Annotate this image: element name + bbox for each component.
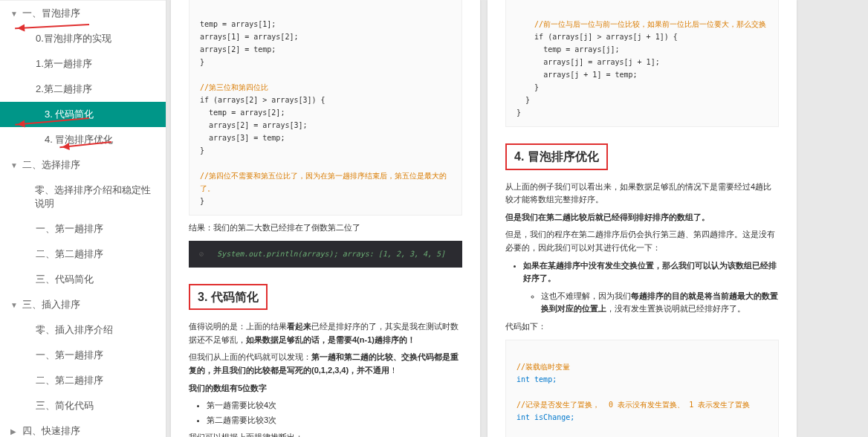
toc-item-label: 零、选择排序介绍和稳定性说明 — [35, 184, 157, 210]
toc-item-11[interactable]: ▼三、插入排序 — [0, 292, 166, 317]
toc-item-label: 三、简化代码 — [36, 399, 94, 412]
toc-item-label: 二、第二趟排序 — [36, 374, 103, 387]
toc-item-5[interactable]: ▶4. 冒泡排序优化 — [0, 127, 166, 152]
toc-item-label: 1.第一趟排序 — [36, 57, 92, 71]
code-block-swap: //前一位与后一位与前一位比较，如果前一位比后一位要大，那么交换 if (arr… — [505, 0, 779, 127]
code-block-snippet-1: temp = arrays[1]; arrays[1] = arrays[2];… — [189, 0, 462, 216]
toc-sidebar: ▼一、冒泡排序▶0.冒泡排序的实现▶1.第一趟排序▶2.第二趟排序▶3. 代码简… — [0, 0, 166, 437]
chevron-right-icon: ▶ — [10, 427, 18, 436]
toc-item-2[interactable]: ▶1.第一趟排序 — [0, 51, 166, 77]
list-item: 这也不难理解，因为我们每趟排序的目的就是将当前趟最大的数置换到对应的位置上，没有… — [541, 290, 779, 316]
section-4-heading: 4. 冒泡排序优化 — [505, 143, 608, 170]
para: 但是，我们的程序在第二趟排序后仍会执行第三趟、第四趟排序。这是没有必要的，因此我… — [505, 228, 779, 254]
toc-item-label: 4. 冒泡排序优化 — [45, 133, 113, 146]
toc-item-label: 零、插入排序介绍 — [36, 323, 113, 337]
toc-item-1[interactable]: ▶0.冒泡排序的实现 — [0, 26, 166, 51]
toc-item-label: 一、冒泡排序 — [22, 7, 80, 20]
toc-item-label: 3. 代码简化 — [45, 108, 94, 121]
code-block-optimized: //装载临时变量 int temp; //记录是否发生了置换， 0 表示没有发生… — [505, 340, 779, 437]
section-3-heading: 3. 代码简化 — [189, 284, 268, 311]
para: 但是我们在第二趟比较后就已经得到排好排序的数组了。 — [505, 211, 779, 224]
toc-item-12[interactable]: ▶零、插入排序介绍 — [0, 317, 166, 343]
list-item: 如果在某趟排序中没有发生交换位置，那么我们可以认为该数组已经排好序了。 这也不难… — [523, 259, 779, 316]
toc-item-9[interactable]: ▶二、第二趟排序 — [0, 242, 166, 267]
result-text: 结果：我们的第二大数已经排在了倒数第二位了 — [189, 221, 462, 235]
chevron-down-icon: ▼ — [10, 161, 18, 169]
toc-item-6[interactable]: ▼二、选择排序 — [0, 152, 166, 178]
toc-item-7[interactable]: ▶零、选择排序介绍和稳定性说明 — [0, 178, 166, 216]
toc-item-3[interactable]: ▶2.第二趟排序 — [0, 77, 166, 102]
para: 我们可以根据上面规律推断出： — [189, 431, 462, 437]
toc-item-13[interactable]: ▶一、第一趟排序 — [0, 343, 166, 368]
toc-item-label: 0.冒泡排序的实现 — [36, 32, 111, 45]
list-item: 第二趟需要比较3次 — [207, 414, 462, 427]
toc-item-label: 二、选择排序 — [22, 158, 80, 172]
toc-item-8[interactable]: ▶一、第一趟排序 — [0, 216, 166, 242]
console-output: ⊘ System.out.println(arrays); arrays: [1… — [189, 241, 462, 268]
para: 我们的数组有5位数字 — [189, 382, 462, 395]
content-area: temp = arrays[1]; arrays[1] = arrays[2];… — [166, 0, 868, 437]
list: 如果在某趟排序中没有发生交换位置，那么我们可以认为该数组已经排好序了。 这也不难… — [523, 259, 779, 316]
toc-item-14[interactable]: ▶二、第二趟排序 — [0, 368, 166, 393]
chevron-down-icon: ▼ — [10, 301, 18, 309]
toc-item-label: 三、插入排序 — [22, 298, 80, 311]
toc-item-15[interactable]: ▶三、简化代码 — [0, 393, 166, 418]
para: 从上面的例子我们可以看出来，如果数据足够乱的情况下是需要经过4趟比较才能将数组完… — [505, 181, 779, 207]
toc-item-label: 一、第一趟排序 — [36, 222, 103, 236]
toc-item-label: 一、第一趟排序 — [36, 349, 103, 362]
para: 但我们从上面的代码就可以发现：第一趟和第二趟的比较、交换代码都是重复的，并且我们… — [189, 351, 462, 377]
toc-item-4[interactable]: ▶3. 代码简化 — [0, 102, 166, 127]
page-2: //前一位与后一位与前一位比较，如果前一位比后一位要大，那么交换 if (arr… — [488, 0, 797, 437]
para: 代码如下： — [505, 320, 779, 334]
chevron-down-icon: ▼ — [10, 10, 18, 18]
toc-item-0[interactable]: ▼一、冒泡排序 — [0, 1, 166, 26]
toc-item-10[interactable]: ▶三、代码简化 — [0, 267, 166, 292]
list-item: 第一趟需要比较4次 — [207, 399, 462, 412]
page-1: temp = arrays[1]; arrays[1] = arrays[2];… — [171, 0, 480, 437]
para: 值得说明的是：上面的结果看起来已经是排好序的了，其实是我在测试时数据还不足够乱，… — [189, 320, 462, 346]
toc-item-label: 二、第二趟排序 — [36, 247, 103, 261]
toc-item-label: 2.第二趟排序 — [36, 82, 92, 96]
list: 第一趟需要比较4次 第二趟需要比较3次 — [207, 399, 462, 427]
toc-item-16[interactable]: ▶四、快速排序 — [0, 418, 166, 437]
toc-item-label: 四、快速排序 — [22, 424, 80, 437]
toc-item-label: 三、代码简化 — [36, 273, 94, 286]
